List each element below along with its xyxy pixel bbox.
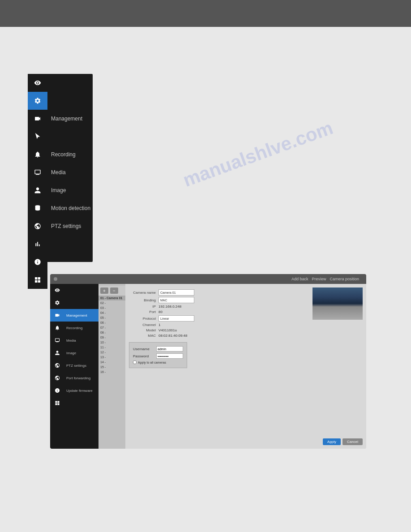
channel-item-16[interactable]: 16 - [98,369,125,374]
app-sidebar-lbl-portfwd: Port forwarding [64,376,90,380]
remove-channel-button[interactable]: − [110,287,118,294]
app-sidebar-icon-settings [50,296,64,309]
channel-item-13[interactable]: 13 - [98,355,125,360]
cred-input-password[interactable] [156,353,183,359]
sidebar-icon-info [28,253,47,271]
cancel-button[interactable]: Cancel [342,438,363,445]
app-sidebar-lbl-firmware: Update firmware [64,389,93,393]
channel-item-07[interactable]: 07 - [98,325,125,330]
app-sidebar-portfwd[interactable]: Port forwarding [50,372,98,384]
channel-item-01[interactable]: 01 - Camera 01 [98,296,125,300]
sidebar-label-media: Media [47,169,66,176]
cred-row-password: Password [133,353,183,359]
sidebar-icon-globe [28,217,47,235]
app-sidebar: Management Recording Media Image [50,284,98,449]
channel-item-04[interactable]: 04 - [98,310,125,315]
app-sidebar-icon-globe [50,359,64,372]
app-sidebar-icon-bell [50,322,64,334]
form-row-channel: Channel 1 [129,323,363,327]
app-header: Add back Preview Camera position [50,274,366,284]
sidebar-item-media[interactable]: Media [28,163,93,181]
sidebar-item-cursor[interactable] [28,128,93,146]
app-sidebar-recording[interactable]: Recording [50,322,98,334]
app-sidebar-settings[interactable] [50,296,98,309]
channel-panel: + − 01 - Camera 01 02 - 03 - 04 - 05 - 0… [98,284,125,449]
app-sidebar-icon-monitor [50,334,64,347]
label-protocol: Protocol [129,317,156,321]
cred-label-username: Username [133,347,154,351]
channel-item-14[interactable]: 14 - [98,360,125,365]
channel-item-06[interactable]: 06 - [98,320,125,325]
sidebar-item-recording[interactable]: Recording [28,146,93,163]
sidebar-item-management[interactable]: Management [28,110,93,128]
input-protocol[interactable] [158,315,194,322]
apply-all-checkbox[interactable] [133,360,137,364]
label-binding: Binding [129,298,156,302]
cred-row-username: Username [133,346,183,352]
channel-item-15[interactable]: 15 - [98,365,125,369]
channel-item-02[interactable]: 02 - [98,300,125,305]
apply-all-row: Apply to all cameras [133,360,183,364]
sidebar-label-ptz: PTZ settings [47,223,81,229]
add-channel-button[interactable]: + [100,287,108,294]
header-tab-camera-position[interactable]: Camera position [330,277,359,281]
app-sidebar-ptz[interactable]: PTZ settings [50,359,98,372]
sidebar-item-motion[interactable]: Motion detection [28,199,93,217]
app-sidebar-lbl-image: Image [64,351,76,355]
app-sidebar-management[interactable]: Management [50,309,98,322]
sidebar-icon-database [28,199,47,217]
channel-item-03[interactable]: 03 - [98,305,125,310]
app-screenshot: Add back Preview Camera position [50,274,366,449]
channel-buttons: + − [98,286,125,296]
channel-item-09[interactable]: 09 - [98,335,125,340]
app-sidebar-icon-person [50,347,64,359]
app-sidebar-lbl-ptz: PTZ settings [64,364,86,368]
credentials-box: Username Password Apply to all cameras [129,342,187,368]
channel-item-12[interactable]: 12 - [98,350,125,355]
value-ip: 192.168.0.248 [158,305,181,309]
sidebar-item-info[interactable] [28,253,93,271]
action-buttons: Apply Cancel [323,438,363,445]
app-sidebar-icon-camera [50,309,64,322]
input-binding[interactable] [158,297,194,303]
sidebar-icon-settings [28,92,47,110]
sidebar-item-settings[interactable] [28,92,93,110]
app-sidebar-icon-portfwd [50,372,64,384]
top-bar [0,0,411,27]
value-channel: 1 [158,323,160,327]
header-tab-preview[interactable]: Preview [312,277,326,281]
channel-item-05[interactable]: 05 - [98,315,125,320]
cred-input-username[interactable] [156,346,183,352]
sidebar-label-management: Management [47,116,82,122]
header-tabs: Add back Preview Camera position [291,277,359,281]
app-sidebar-lbl-media: Media [64,339,76,343]
channel-item-11[interactable]: 11 - [98,345,125,350]
sidebar-item-image[interactable]: Image [28,181,93,199]
label-ip: IP [129,305,156,309]
app-sidebar-firmware[interactable]: Update firmware [50,384,98,397]
camera-preview-inner [313,287,363,320]
header-dot [54,277,57,281]
channel-item-10[interactable]: 10 - [98,340,125,345]
app-sidebar-view[interactable] [50,284,98,296]
label-model: Model [129,328,156,332]
app-sidebar-image[interactable]: Image [50,347,98,359]
sidebar-icon-person [28,181,47,199]
form-row-model: Model V4011001u [129,328,363,332]
app-sidebar-icon-info [50,384,64,397]
sidebar-item-stats[interactable] [28,235,93,253]
sidebar-item-ptz[interactable]: PTZ settings [28,217,93,235]
channel-item-08[interactable]: 08 - [98,330,125,335]
sidebar-icon-monitor [28,163,47,181]
sidebar-icon-grid [28,271,47,289]
apply-button[interactable]: Apply [323,438,341,445]
value-port: 80 [158,310,163,314]
app-sidebar-media[interactable]: Media [50,334,98,347]
label-camera-name: Camera name [129,291,156,295]
label-channel: Channel [129,323,156,327]
app-sidebar-grid[interactable] [50,397,98,409]
input-camera-name[interactable] [158,289,194,296]
sidebar-item-view[interactable] [28,74,93,92]
header-tab-addback[interactable]: Add back [291,277,308,281]
app-sidebar-lbl-recording: Recording [64,326,82,330]
